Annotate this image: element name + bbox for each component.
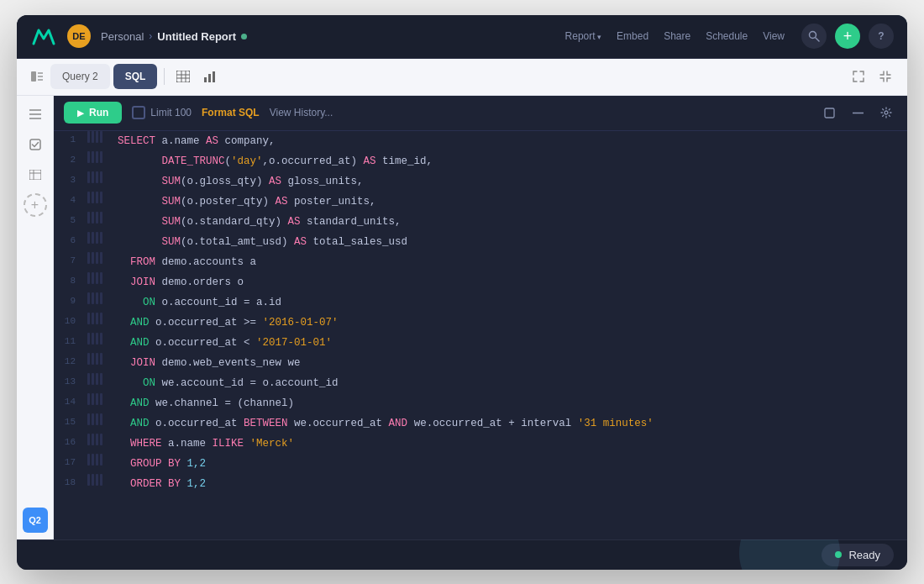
maximize-icon[interactable] (818, 102, 840, 124)
settings-icon[interactable] (875, 102, 897, 124)
svg-rect-21 (825, 108, 834, 118)
line-gutter (84, 292, 114, 304)
line-gutter (84, 353, 114, 365)
line-content: SUM(o.poster_qty) AS poster_units, (114, 192, 907, 212)
line-gutter (84, 151, 114, 163)
limit-checkbox[interactable] (132, 106, 145, 119)
expand-button[interactable] (847, 65, 870, 88)
avatar[interactable]: DE (67, 24, 91, 48)
code-line: 3 SUM(o.gloss_qty) AS gloss_units, (54, 171, 907, 192)
sidebar-table-icon[interactable] (24, 163, 47, 187)
code-line: 11 AND o.occurred_at < '2017-01-01' (54, 333, 907, 353)
line-number: 12 (54, 353, 84, 370)
line-content: ON we.account_id = o.account_id (114, 373, 907, 393)
line-number: 5 (54, 212, 84, 229)
code-line: 9 ON o.account_id = a.id (54, 292, 907, 313)
nav-report[interactable]: Report (559, 27, 609, 45)
app-window: DE Personal › Untitled Report Report Emb… (17, 15, 907, 570)
view-history-button[interactable]: View History... (270, 107, 333, 118)
svg-rect-6 (176, 71, 190, 82)
svg-rect-13 (213, 71, 215, 82)
code-line: 16 WHERE a.name ILIKE 'Merck' (54, 434, 907, 454)
breadcrumb: Personal › Untitled Report (101, 30, 542, 43)
code-line: 17 GROUP BY 1,2 (54, 454, 907, 474)
line-content: JOIN demo.web_events_new we (114, 353, 907, 373)
svg-rect-11 (204, 77, 207, 82)
nav-share[interactable]: Share (657, 27, 697, 45)
logo-icon (30, 23, 57, 50)
line-content: GROUP BY 1,2 (114, 454, 907, 474)
code-editor[interactable]: 1SELECT a.name AS company,2 DATE_TRUNC('… (54, 131, 907, 539)
tab-sql[interactable]: SQL (113, 64, 158, 89)
nav-view[interactable]: View (756, 27, 791, 45)
left-sidebar: + Q2 (17, 96, 54, 539)
breadcrumb-arrow-icon: › (149, 30, 152, 42)
line-number: 7 (54, 252, 84, 269)
add-button[interactable]: + (835, 24, 860, 49)
code-line: 12 JOIN demo.web_events_new we (54, 353, 907, 373)
breadcrumb-personal: Personal (101, 30, 144, 43)
line-content: SUM(o.gloss_qty) AS gloss_units, (114, 171, 907, 192)
run-button[interactable]: ▶ Run (64, 102, 122, 124)
code-line: 2 DATE_TRUNC('day',o.occurred_at) AS tim… (54, 151, 907, 171)
main-content: + Q2 ▶ Run Limit 100 Format SQL View His… (17, 96, 907, 539)
line-content: JOIN demo.orders o (114, 272, 907, 292)
tab-chart-icon[interactable] (198, 65, 222, 88)
tab-table-icon[interactable] (171, 65, 195, 88)
sidebar-toggle-icon[interactable] (24, 103, 47, 126)
code-line: 7 FROM demo.accounts a (54, 252, 907, 272)
line-gutter (84, 373, 114, 385)
line-content: AND o.occurred_at < '2017-01-01' (114, 333, 907, 353)
line-content: AND we.channel = (channel) (114, 393, 907, 413)
status-text: Ready (848, 549, 880, 561)
line-number: 2 (54, 151, 84, 168)
help-button[interactable]: ? (869, 24, 894, 49)
line-content: FROM demo.accounts a (114, 252, 907, 272)
code-line: 14 AND we.channel = (channel) (54, 393, 907, 413)
collapse-button[interactable] (874, 65, 897, 88)
line-content: ORDER BY 1,2 (114, 474, 907, 494)
code-line: 13 ON we.account_id = o.account_id (54, 373, 907, 393)
saved-indicator (241, 34, 247, 39)
nav-schedule[interactable]: Schedule (699, 27, 754, 45)
line-content: ON o.account_id = a.id (114, 292, 907, 313)
query2-tab[interactable]: Q2 (23, 508, 48, 533)
line-gutter (84, 171, 114, 183)
line-content: SELECT a.name AS company, (114, 131, 907, 151)
nav-menu: Report Embed Share Schedule View (559, 27, 791, 45)
line-number: 4 (54, 192, 84, 208)
line-content: SUM(o.standard_qty) AS standard_units, (114, 212, 907, 232)
line-number: 9 (54, 292, 84, 309)
svg-point-0 (810, 32, 816, 39)
line-gutter (84, 333, 114, 345)
toolbar-right (847, 65, 897, 88)
code-line: 6 SUM(o.total_amt_usd) AS total_sales_us… (54, 232, 907, 252)
line-number: 14 (54, 393, 84, 410)
line-content: AND o.occurred_at BETWEEN we.occurred_at… (114, 413, 907, 434)
svg-rect-18 (29, 170, 41, 180)
top-nav: DE Personal › Untitled Report Report Emb… (17, 15, 907, 59)
line-gutter (84, 434, 114, 445)
line-number: 17 (54, 454, 84, 471)
search-button[interactable] (801, 24, 827, 49)
line-number: 6 (54, 232, 84, 249)
nav-embed[interactable]: Embed (610, 27, 655, 45)
minimize-icon[interactable] (847, 102, 869, 124)
sidebar-add-button[interactable]: + (24, 193, 47, 217)
line-gutter (84, 393, 114, 405)
editor-wrapper: ▶ Run Limit 100 Format SQL View History.… (54, 96, 907, 539)
code-line: 18 ORDER BY 1,2 (54, 474, 907, 494)
breadcrumb-title: Untitled Report (157, 30, 236, 43)
sidebar-check-icon[interactable] (24, 133, 47, 156)
sidebar-toggle-button[interactable] (27, 66, 47, 87)
code-line: 15 AND o.occurred_at BETWEEN we.occurred… (54, 413, 907, 434)
code-line: 10 AND o.occurred_at >= '2016-01-07' (54, 313, 907, 333)
svg-rect-2 (31, 71, 36, 82)
tab-divider (164, 68, 165, 85)
run-label: Run (89, 107, 108, 118)
status-dot (835, 551, 842, 558)
format-sql-button[interactable]: Format SQL (202, 107, 260, 118)
line-gutter (84, 232, 114, 244)
line-gutter (84, 413, 114, 425)
tab-query2[interactable]: Query 2 (50, 64, 110, 89)
